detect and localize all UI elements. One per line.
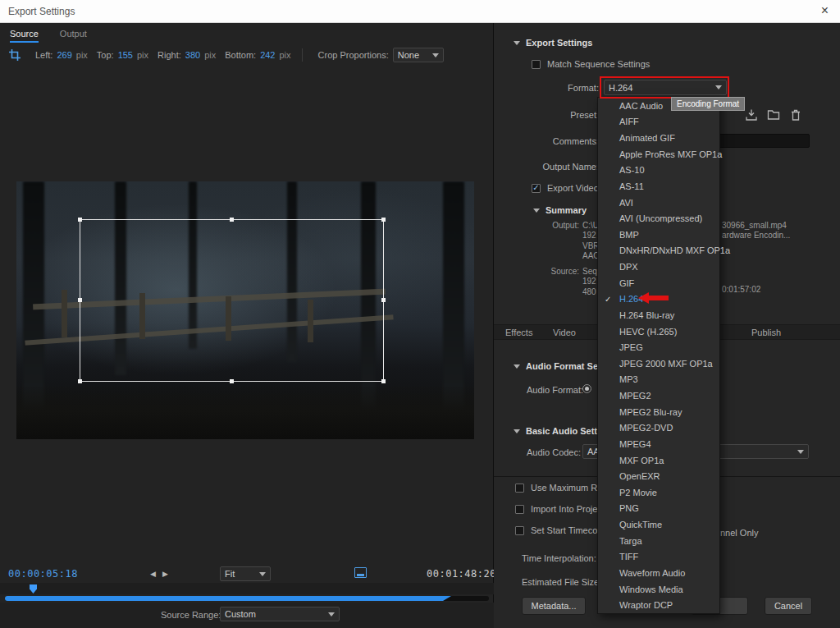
format-option[interactable]: PNG [598,501,719,517]
format-option[interactable]: GIF [598,275,719,291]
crop-handle[interactable] [78,298,82,302]
export-video-checkbox[interactable] [532,184,541,193]
chevron-down-icon [514,364,520,369]
summary-output-right: 30966_small.mp4ardware Encodin... [722,221,790,241]
format-option[interactable]: MP3 [598,372,719,388]
crop-proportions-select[interactable]: None [393,48,444,62]
playhead-marker[interactable] [30,584,37,594]
preset-actions [745,108,802,121]
export-settings-section[interactable]: Export Settings [514,38,592,48]
format-option-label: MPEG2 [619,391,651,401]
summary-line: 30966_small.mp4 [722,221,790,231]
crop-handle[interactable] [381,379,386,383]
crop-handle[interactable] [78,379,82,383]
format-option-label: AAC Audio [619,101,663,111]
option-checkbox[interactable] [515,484,524,493]
transport-bar: 00:00:05:18 ◀ ▶ Fit 00:01:48:20 [0,565,494,583]
zoom-level-select[interactable]: Fit [220,566,271,581]
format-option[interactable]: AVI (Uncompressed) [598,210,719,227]
format-option-label: HEVC (H.265) [619,327,677,337]
format-option[interactable]: Wraptor DCP [598,597,719,613]
tab-output[interactable]: Output [60,29,87,43]
crop-field-value[interactable]: 380 [185,50,200,60]
set-out-point-icon[interactable]: ▶ [162,570,168,578]
format-option-label: MP3 [619,374,638,384]
source-preview-panel: SourceOutput Left:269pixTop:155pixRight:… [0,23,494,628]
format-option[interactable]: Targa [598,533,719,549]
format-option[interactable]: QuickTime [598,516,719,533]
format-option-label: MXF OP1a [619,456,664,465]
format-option[interactable]: MPEG2 Blu-ray [598,404,719,420]
duration-timecode: 00:01:48:20 [427,568,496,580]
timeline-scrollbar[interactable] [5,596,489,601]
current-timecode[interactable]: 00:00:05:18 [8,568,78,580]
crop-tool-icon[interactable] [8,48,21,62]
format-option[interactable]: AIFF [598,114,719,131]
format-select[interactable]: H.264 [604,80,727,95]
format-option[interactable]: JPEG 2000 MXF OP1a [598,355,719,372]
format-option[interactable]: HEVC (H.265) [598,323,719,340]
match-sequence-row: Match Sequence Settings [532,59,650,69]
format-option[interactable]: MPEG2-DVD [598,420,719,437]
format-option[interactable]: Apple ProRes MXF OP1a [598,146,719,163]
crop-field-unit: pix [279,50,290,60]
comments-label: Comments: [494,136,599,146]
format-option[interactable]: ✓H.264 [598,291,719,308]
tab-source[interactable]: Source [10,29,39,43]
audio-format-radio[interactable] [582,384,591,393]
format-option[interactable]: MPEG2 [598,387,719,404]
format-option-label: AVI (Uncompressed) [619,213,702,223]
scrollbar-fill[interactable] [5,596,443,601]
tab-effects[interactable]: Effects [505,328,532,337]
import-preset-folder-icon[interactable] [767,108,780,121]
format-option[interactable]: JPEG [598,339,719,355]
format-option[interactable]: TIFF [598,549,719,566]
format-option[interactable]: DPX [598,259,719,275]
timeline-track[interactable] [0,583,494,594]
format-option-label: MPEG2-DVD [619,423,673,433]
format-option[interactable]: P2 Movie [598,484,719,501]
source-range-select[interactable]: Custom [220,607,340,621]
format-option[interactable]: BMP [598,227,719,243]
option-checkbox[interactable] [515,505,524,514]
crop-field-value[interactable]: 269 [57,50,71,60]
crop-handle[interactable] [230,379,234,383]
save-preset-icon[interactable] [745,108,758,121]
close-icon[interactable]: × [821,3,829,18]
crop-field-value[interactable]: 242 [260,50,275,60]
set-in-point-icon[interactable]: ◀ [150,570,156,578]
crop-handle[interactable] [78,218,82,222]
format-option[interactable]: AS-11 [598,178,719,195]
output-preview-icon[interactable] [354,567,367,578]
tab-video[interactable]: Video [553,328,576,337]
match-sequence-checkbox[interactable] [532,60,541,69]
metadata-button[interactable]: Metadata... [522,597,586,615]
crop-handle[interactable] [381,298,386,302]
summary-section[interactable]: Summary [533,205,587,215]
crop-toolbar: Left:269pixTop:155pixRight:380pixBottom:… [8,44,490,66]
format-option-label: AS-11 [619,181,644,191]
format-option[interactable]: OpenEXR [598,468,719,484]
format-option[interactable]: H.264 Blu-ray [598,307,719,323]
format-option-label: H.264 [619,294,643,304]
delete-preset-trash-icon[interactable] [789,108,802,121]
crop-handle[interactable] [381,218,386,222]
tab-publish[interactable]: Publish [751,328,781,337]
crop-handle[interactable] [230,218,234,222]
format-option[interactable]: MXF OP1a [598,452,719,469]
crop-field-label: Right: [158,50,181,60]
format-option[interactable]: Animated GIF [598,130,719,146]
option-checkbox[interactable] [515,526,524,535]
crop-field-value[interactable]: 155 [118,50,133,60]
format-option-label: PNG [619,503,639,513]
format-option[interactable]: AVI [598,195,719,211]
format-option[interactable]: AS-10 [598,163,719,179]
crop-overlay[interactable] [80,219,384,382]
format-option[interactable]: Waveform Audio [598,565,719,581]
format-option[interactable]: Windows Media [598,581,719,598]
cancel-button[interactable]: Cancel [765,597,812,615]
format-option[interactable]: MPEG4 [598,436,719,452]
format-option[interactable]: DNxHR/DNxHD MXF OP1a [598,243,719,259]
source-output-tabs: SourceOutput [10,29,87,43]
format-option-label: DPX [619,262,638,272]
